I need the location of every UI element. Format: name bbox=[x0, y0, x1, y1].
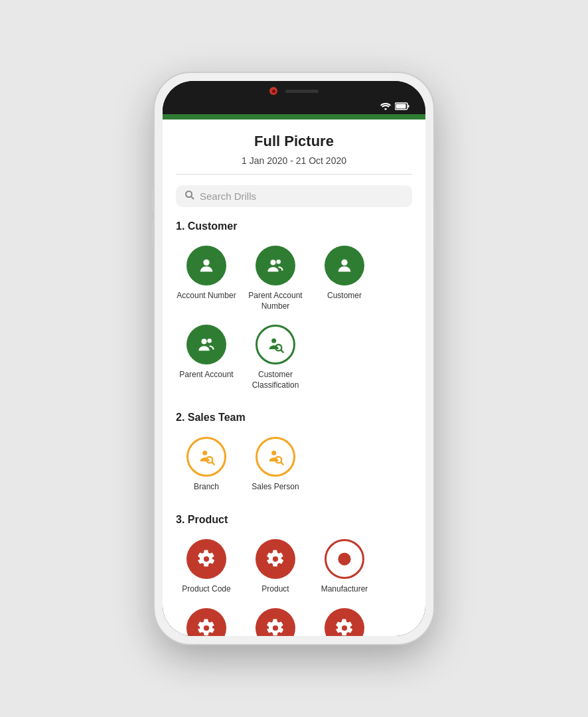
sales-person-icon-circle bbox=[256, 437, 295, 477]
app-title: Full Picture bbox=[163, 120, 425, 155]
drill-product[interactable]: Product bbox=[242, 534, 309, 600]
power-button bbox=[433, 206, 436, 246]
product-sub-1-icon-circle: 1 bbox=[186, 608, 226, 636]
section-customer: 1. Customer Account Number bbox=[163, 215, 425, 406]
svg-point-5 bbox=[203, 260, 209, 266]
svg-rect-1 bbox=[396, 104, 406, 109]
drill-parent-account-number[interactable]: Parent Account Number bbox=[242, 240, 309, 317]
wifi-icon bbox=[380, 102, 391, 110]
drill-product-sub-1[interactable]: 1 bbox=[173, 603, 240, 636]
drill-sales-person[interactable]: Sales Person bbox=[242, 432, 309, 498]
phone-frame: Full Picture 1 Jan 2020 - 21 Oct 2020 Se… bbox=[155, 73, 433, 644]
account-number-icon-circle bbox=[186, 246, 226, 285]
notch bbox=[244, 81, 344, 101]
parent-account-number-icon-circle bbox=[256, 246, 295, 285]
customer-person-icon bbox=[335, 256, 354, 275]
phone-screen: Full Picture 1 Jan 2020 - 21 Oct 2020 Se… bbox=[163, 81, 425, 636]
search-icon bbox=[185, 191, 194, 202]
group-icon bbox=[266, 256, 285, 275]
status-icons bbox=[380, 102, 409, 110]
green-band bbox=[163, 114, 425, 120]
svg-rect-2 bbox=[408, 105, 409, 108]
svg-line-4 bbox=[191, 197, 194, 199]
vol-down-button bbox=[152, 220, 155, 247]
product-sub-1-gear-icon bbox=[197, 619, 216, 636]
account-number-label: Account Number bbox=[177, 291, 236, 301]
gear-icon bbox=[197, 550, 216, 568]
customer-grid: Account Number Parent Acco bbox=[163, 240, 425, 406]
product-sub-3-gear-icon bbox=[335, 619, 354, 636]
parent-account-group-icon bbox=[197, 335, 216, 354]
sales-team-grid: Branch Sales Person bbox=[163, 432, 425, 509]
drill-account-number[interactable]: Account Number bbox=[173, 240, 240, 317]
branch-icon-circle bbox=[186, 437, 226, 477]
svg-point-7 bbox=[276, 260, 281, 264]
svg-point-14 bbox=[202, 451, 207, 455]
product-sub-3-icon-circle: 3 bbox=[325, 608, 364, 636]
branch-label: Branch bbox=[194, 482, 219, 493]
parent-account-icon-circle bbox=[186, 325, 226, 364]
svg-point-8 bbox=[341, 260, 347, 266]
customer-label: Customer bbox=[327, 291, 362, 301]
customer-classification-icon-circle bbox=[256, 325, 295, 364]
search-container[interactable]: Search Drills bbox=[163, 175, 425, 215]
drill-product-sub-3[interactable]: 3 bbox=[311, 603, 378, 636]
product-sub-2-gear-icon bbox=[266, 619, 285, 636]
drill-branch[interactable]: Branch bbox=[173, 432, 240, 498]
manufacturer-icon-circle bbox=[325, 539, 364, 579]
camera-icon bbox=[269, 87, 277, 95]
drill-product-code[interactable]: Product Code bbox=[173, 534, 240, 600]
product-gear-icon bbox=[266, 550, 285, 568]
drill-manufacturer[interactable]: Manufacturer bbox=[311, 534, 378, 600]
svg-point-3 bbox=[186, 191, 192, 197]
product-icon-circle bbox=[256, 539, 295, 579]
parent-account-label: Parent Account bbox=[179, 370, 233, 380]
section-sales-team-label: 2. Sales Team bbox=[163, 406, 425, 432]
section-customer-label: 1. Customer bbox=[163, 215, 425, 240]
parent-account-number-label: Parent Account Number bbox=[245, 291, 306, 311]
svg-line-19 bbox=[281, 463, 283, 465]
customer-classification-label: Customer Classification bbox=[245, 370, 306, 390]
svg-point-11 bbox=[271, 339, 276, 343]
product-label: Product bbox=[261, 584, 289, 595]
sales-person-label: Sales Person bbox=[252, 482, 299, 493]
drill-product-sub-2[interactable]: 2 bbox=[242, 603, 309, 636]
battery-icon bbox=[395, 102, 409, 110]
person-icon bbox=[197, 256, 216, 275]
app-content[interactable]: Full Picture 1 Jan 2020 - 21 Oct 2020 Se… bbox=[163, 120, 425, 636]
sales-person-icon bbox=[266, 447, 285, 466]
section-product: 3. Product Product Code bbox=[163, 509, 425, 636]
product-sub-2-icon-circle: 2 bbox=[256, 608, 295, 636]
drill-customer-classification[interactable]: Customer Classification bbox=[242, 319, 309, 396]
svg-point-6 bbox=[270, 260, 275, 265]
date-range: 1 Jan 2020 - 21 Oct 2020 bbox=[176, 155, 412, 175]
svg-point-17 bbox=[271, 451, 276, 455]
drill-parent-account[interactable]: Parent Account bbox=[173, 319, 240, 396]
product-grid: Product Code Product bbox=[163, 534, 425, 636]
product-code-label: Product Code bbox=[182, 584, 230, 595]
svg-point-10 bbox=[207, 339, 212, 343]
manufacturer-icon bbox=[335, 550, 354, 568]
product-code-icon-circle bbox=[186, 539, 226, 579]
search-person-icon bbox=[266, 335, 285, 354]
section-product-label: 3. Product bbox=[163, 509, 425, 534]
svg-point-9 bbox=[201, 339, 206, 344]
drill-customer[interactable]: Customer bbox=[311, 240, 378, 317]
vol-up-button bbox=[152, 186, 155, 212]
svg-line-16 bbox=[212, 463, 214, 465]
svg-point-20 bbox=[339, 554, 350, 564]
manufacturer-label: Manufacturer bbox=[321, 584, 368, 595]
status-bar bbox=[163, 81, 425, 114]
customer-icon-circle bbox=[325, 246, 364, 285]
search-box[interactable]: Search Drills bbox=[176, 185, 412, 207]
section-sales-team: 2. Sales Team Branch bbox=[163, 406, 425, 509]
speaker bbox=[285, 90, 319, 93]
search-placeholder: Search Drills bbox=[200, 191, 256, 202]
branch-icon bbox=[197, 447, 216, 466]
svg-line-13 bbox=[281, 350, 283, 353]
